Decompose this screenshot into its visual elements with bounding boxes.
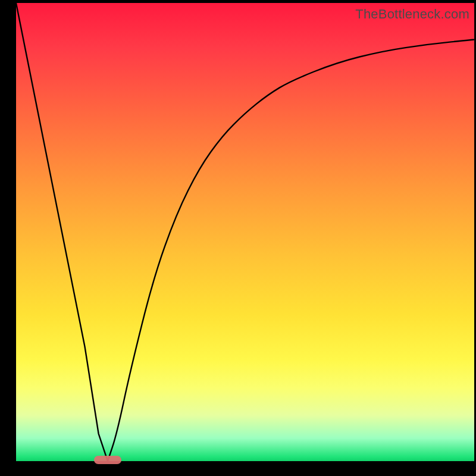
plot-area: TheBottleneck.com bbox=[16, 3, 474, 461]
watermark-text: TheBottleneck.com bbox=[355, 7, 469, 22]
chart-frame: TheBottleneck.com bbox=[0, 0, 476, 476]
bottleneck-curve bbox=[16, 3, 474, 461]
curve-path bbox=[16, 3, 474, 461]
vertex-marker bbox=[94, 456, 121, 464]
